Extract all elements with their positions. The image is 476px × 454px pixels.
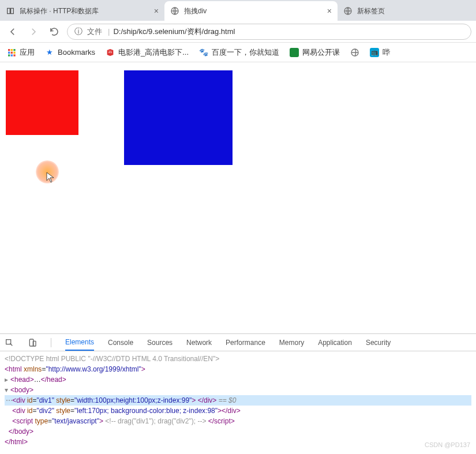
tab-console[interactable]: Console bbox=[108, 335, 133, 350]
svg-rect-2 bbox=[8, 49, 10, 51]
close-icon[interactable]: × bbox=[327, 6, 332, 16]
close-icon[interactable]: × bbox=[154, 6, 159, 16]
reload-button[interactable] bbox=[46, 24, 62, 40]
tv-icon: 📺 bbox=[370, 48, 379, 57]
browser-toolbar: ⓘ 文件 | D:/ship/kc/9.selenium/资料/drag.htm… bbox=[0, 21, 476, 43]
dom-doctype[interactable]: <!DOCTYPE html PUBLIC "-//W3C//DTD HTML … bbox=[5, 354, 471, 364]
bookmark-baidu[interactable]: 🐾 百度一下，你就知道 bbox=[199, 47, 279, 58]
svg-rect-9 bbox=[11, 54, 13, 56]
blue-draggable-box[interactable] bbox=[124, 70, 233, 165]
dom-div2[interactable]: <div id="div2" style="left:170px; backgr… bbox=[5, 406, 471, 416]
svg-rect-6 bbox=[11, 51, 13, 53]
bookmark-label: 网易公开课 bbox=[302, 47, 340, 58]
tab-title: 鼠标操作 · HTTP和数据库 bbox=[20, 6, 151, 16]
dom-body-open[interactable]: ▾<body> bbox=[5, 385, 471, 395]
green-icon bbox=[290, 48, 299, 57]
tab-security[interactable]: Security bbox=[366, 335, 391, 350]
bookmark-movie[interactable]: 21 电影港_高清电影下... bbox=[106, 47, 189, 58]
page-viewport bbox=[0, 62, 476, 333]
svg-rect-3 bbox=[11, 49, 13, 51]
address-bar[interactable]: ⓘ 文件 | D:/ship/kc/9.selenium/资料/drag.htm… bbox=[67, 24, 471, 40]
globe-icon bbox=[170, 6, 179, 16]
devtools-tabs: Elements Console Sources Network Perform… bbox=[0, 334, 476, 351]
tab-title: 新标签页 bbox=[357, 6, 447, 16]
dom-head[interactable]: ▸<head>…</head> bbox=[5, 374, 471, 385]
bookmark-163[interactable]: 网易公开课 bbox=[290, 47, 340, 58]
watermark: CSDN @PD137 bbox=[425, 441, 470, 448]
paw-icon: 🐾 bbox=[199, 48, 208, 57]
dom-body-close[interactable]: </body> bbox=[5, 426, 471, 437]
elements-tree[interactable]: <!DOCTYPE html PUBLIC "-//W3C//DTD HTML … bbox=[0, 351, 476, 449]
forward-button[interactable] bbox=[25, 24, 42, 40]
tab-network[interactable]: Network bbox=[186, 335, 212, 350]
tab-sources[interactable]: Sources bbox=[147, 335, 173, 350]
tab-performance[interactable]: Performance bbox=[226, 335, 265, 350]
devtools-sep bbox=[51, 338, 51, 347]
bookmarks-bar: 应用 ★ Bookmarks 21 电影港_高清电影下... 🐾 百度一下，你就… bbox=[0, 43, 476, 62]
scheme-label: 文件 bbox=[87, 27, 102, 37]
addr-sep: | bbox=[108, 27, 110, 36]
tab-application[interactable]: Application bbox=[318, 335, 352, 350]
bookmark-label: 百度一下，你就知道 bbox=[212, 47, 279, 58]
click-highlight bbox=[36, 160, 59, 183]
star-icon: ★ bbox=[45, 48, 54, 57]
tab-memory[interactable]: Memory bbox=[279, 335, 304, 350]
bookmark-label: 电影港_高清电影下... bbox=[118, 47, 189, 58]
url-text: D:/ship/kc/9.selenium/资料/drag.html bbox=[113, 27, 235, 37]
browser-tab-2[interactable]: 拖拽div × bbox=[164, 1, 338, 21]
red-draggable-box[interactable] bbox=[6, 70, 78, 135]
svg-rect-8 bbox=[8, 54, 10, 56]
browser-tab-1[interactable]: 鼠标操作 · HTTP和数据库 × bbox=[0, 1, 164, 21]
back-button[interactable] bbox=[5, 24, 21, 40]
dom-html-open[interactable]: <html xmlns="http://www.w3.org/1999/xhtm… bbox=[5, 364, 471, 374]
dom-script[interactable]: <script type="text/javascript"> <!-- dra… bbox=[5, 416, 471, 426]
bookmark-globe[interactable] bbox=[350, 48, 359, 57]
svg-rect-5 bbox=[8, 51, 10, 53]
dom-html-close[interactable]: </html> bbox=[5, 437, 471, 447]
bookmark-label: 应用 bbox=[20, 47, 35, 58]
bookmark-apps[interactable]: 应用 bbox=[7, 47, 35, 58]
svg-rect-10 bbox=[13, 54, 15, 56]
browser-tab-strip: 鼠标操作 · HTTP和数据库 × 拖拽div × 新标签页 bbox=[0, 0, 476, 21]
inspect-icon[interactable] bbox=[5, 338, 14, 347]
browser-tab-3[interactable]: 新标签页 bbox=[338, 1, 453, 21]
tab-title: 拖拽div bbox=[184, 6, 324, 16]
book-icon bbox=[6, 6, 15, 16]
svg-text:21: 21 bbox=[108, 50, 113, 54]
dom-div1[interactable]: ⋯ <div id="div1" style="width:100px;heig… bbox=[5, 395, 471, 406]
device-icon[interactable] bbox=[28, 338, 37, 347]
globe-icon bbox=[343, 6, 353, 16]
svg-rect-4 bbox=[13, 49, 15, 51]
bookmark-label: 哔 bbox=[383, 47, 390, 58]
bookmark-bili[interactable]: 📺 哔 bbox=[370, 47, 390, 58]
info-icon: ⓘ bbox=[74, 27, 83, 37]
globe-gray-icon bbox=[350, 48, 359, 57]
tab-elements[interactable]: Elements bbox=[65, 335, 94, 351]
apps-icon bbox=[7, 48, 16, 57]
bookmark-star[interactable]: ★ Bookmarks bbox=[45, 48, 95, 57]
bookmark-label: Bookmarks bbox=[58, 48, 95, 57]
movie-icon: 21 bbox=[106, 48, 115, 57]
svg-rect-7 bbox=[13, 51, 15, 53]
devtools-panel: Elements Console Sources Network Perform… bbox=[0, 333, 476, 454]
